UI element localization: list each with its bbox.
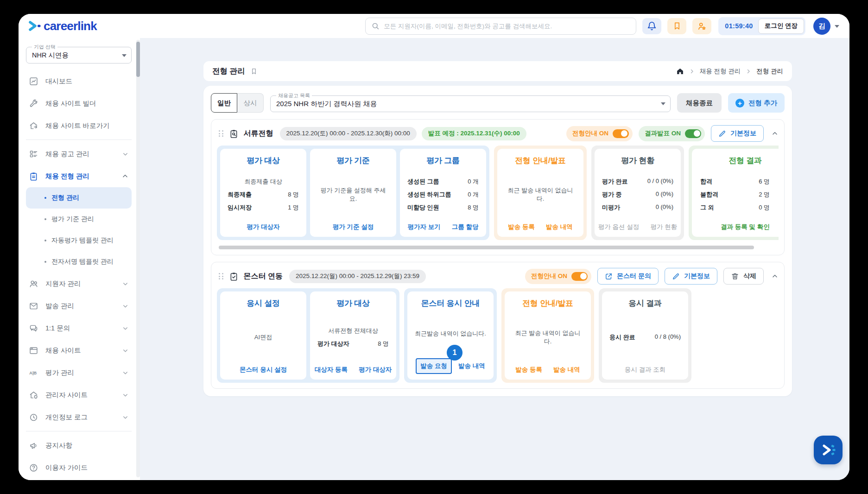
sidebar-item-recruit-process[interactable]: 채용 전형 관리 — [26, 165, 132, 187]
tab-always[interactable]: 상시 — [237, 93, 264, 113]
eval-target-link[interactable]: 평가 대상자 — [247, 223, 279, 231]
horizontal-scrollbar-thumb[interactable] — [219, 246, 754, 249]
extend-login-button[interactable]: 로그인 연장 — [758, 19, 804, 34]
bookmarks-button[interactable] — [667, 18, 686, 34]
eval-status-link[interactable]: 평가 현황 — [650, 223, 677, 231]
sidebar-scrollbar-thumb[interactable] — [136, 42, 140, 77]
chevron-down-icon — [122, 347, 129, 354]
result-announce-toggle[interactable]: 결과발표 ON — [639, 126, 705, 141]
sidebar-item-label: 개인정보 로그 — [45, 413, 88, 422]
account-favorites-button[interactable] — [692, 18, 711, 34]
add-stage-button[interactable]: + 전형 추가 — [728, 93, 785, 113]
row-label: 최종제출 — [228, 190, 252, 199]
exam-result-link[interactable]: 응시 결과 조회 — [625, 366, 666, 374]
tab-general[interactable]: 일반 — [211, 93, 237, 113]
result-register-link[interactable]: 결과 등록 및 확인 — [721, 223, 770, 231]
app-window: careerlink 01:59:40 로그인 연장 김 기업 선택 NHR — [19, 14, 849, 480]
announce-schedule-chip: 발표 예정 : 2025.12.31(수) 00:00 — [422, 127, 526, 140]
sidebar-nav: 대시보드 채용 사이트 빌더 채용 사이트 바로가기 채용 공고 관리 — [26, 70, 132, 479]
careerlink-logo[interactable]: careerlink — [27, 19, 144, 33]
breadcrumb-item[interactable]: 채용 전형 관리 — [700, 67, 741, 76]
sidebar-item-site-builder[interactable]: 채용 사이트 빌더 — [26, 92, 132, 114]
home-icon[interactable] — [676, 67, 684, 75]
stage-period-chip: 2025.12.22(월) 00:00 - 2025.12.29(월) 23:5… — [289, 270, 426, 283]
basic-info-button[interactable]: 기본정보 — [711, 125, 764, 142]
sidebar-item-inquiry[interactable]: 1:1 문의 — [26, 317, 132, 339]
sidebar-item-dashboard[interactable]: 대시보드 — [26, 70, 132, 92]
eval-options-link[interactable]: 평가 옵션 설정 — [598, 223, 640, 231]
stage-guide-toggle[interactable]: 전형안내 ON — [525, 269, 591, 284]
stage-header: 몬스터 연동 2025.12.22(월) 00:00 - 2025.12.29(… — [217, 267, 779, 285]
sidebar-item-admin-site[interactable]: 관리자 사이트 — [26, 384, 132, 406]
posting-select-label: 채용공고 목록 — [276, 92, 312, 99]
horizontal-scrollbar[interactable] — [219, 246, 777, 249]
search-icon — [371, 22, 380, 30]
step-badge: 1 — [447, 345, 463, 361]
basic-info-label: 기본정보 — [684, 272, 710, 280]
stage-cards-row: 응시 설정 AI면접 몬스터 응시 설정 평가 대상 서류전형 전 — [217, 288, 779, 383]
chevron-down-icon — [122, 369, 129, 376]
sidebar-subitem-eval-criteria[interactable]: 평가 기준 관리 — [26, 209, 132, 230]
sidebar-item-site-shortcut[interactable]: 채용 사이트 바로가기 — [26, 114, 132, 137]
user-avatar[interactable]: 김 — [813, 18, 830, 35]
delete-stage-button[interactable]: 삭제 — [723, 268, 764, 285]
sidebar-item-send-management[interactable]: 발송 관리 — [26, 295, 132, 317]
basic-info-button[interactable]: 기본정보 — [665, 268, 717, 285]
eval-target-link[interactable]: 평가 대상자 — [359, 366, 392, 374]
sidebar-item-recruit-site[interactable]: 채용 사이트 — [26, 339, 132, 361]
stage-guide-toggle[interactable]: 전형안내 ON — [566, 126, 633, 141]
toggle-switch-icon — [571, 272, 588, 281]
sidebar-item-notice[interactable]: 공지사항 — [26, 434, 132, 456]
card-stage-result: 전형 결과 합격6 명 불합격2 명 그 외0 명 결과 등록 및 확인 — [692, 149, 779, 237]
megaphone-icon — [29, 441, 38, 450]
monster-inquiry-button[interactable]: 몬스터 문의 — [597, 268, 659, 285]
send-history-link[interactable]: 발송 내역 — [458, 362, 485, 370]
posting-select[interactable]: 채용공고 목록 2025 NHR 하반기 경력사원 채용 — [270, 92, 671, 112]
user-menu-caret-icon[interactable] — [835, 25, 839, 30]
bookmark-outline-icon[interactable] — [250, 68, 258, 75]
trash-icon — [731, 272, 739, 280]
sidebar-item-label: 관리자 사이트 — [45, 391, 88, 399]
view-evaluators-link[interactable]: 평가자 보기 — [407, 223, 440, 231]
sidebar-subitem-label: 전형 관리 — [51, 194, 79, 202]
row-value: 0 (0%) — [656, 203, 673, 212]
breadcrumb: 채용 전형 관리 전형 관리 — [676, 67, 783, 76]
close-recruiting-button[interactable]: 채용종료 — [677, 93, 722, 113]
monster-exam-settings-link[interactable]: 몬스터 응시 설정 — [240, 366, 287, 374]
sidebar-subitem-esign-template[interactable]: 전자서명 템플릿 관리 — [26, 251, 132, 272]
global-search[interactable] — [365, 18, 636, 35]
search-input[interactable] — [384, 23, 630, 30]
sidebar-item-user-guide[interactable]: 이용자 가이드 — [26, 456, 132, 479]
pencil-icon — [718, 130, 726, 138]
send-history-link[interactable]: 발송 내역 — [553, 366, 580, 374]
stage-title: 몬스터 연동 — [244, 272, 283, 281]
monster-guide-wrapper: 몬스터 응시 안내 최근발송 내역이 없습니다. 발송 요청 1 — [404, 288, 497, 383]
sidebar-item-eval-management[interactable]: A|B 평가 관리 — [26, 361, 132, 384]
send-history-link[interactable]: 발송 내역 — [546, 223, 573, 231]
send-request-link[interactable]: 발송 요청 1 — [416, 358, 452, 374]
breadcrumb-separator-icon — [689, 69, 695, 74]
sidebar-scrollbar-track[interactable] — [136, 40, 140, 477]
chat-assistant-fab[interactable] — [814, 436, 843, 464]
sidebar-item-job-postings[interactable]: 채용 공고 관리 — [26, 143, 132, 165]
announce-wrapper: 전형 안내/발표 최근 발송 내역이 없습니다. 발송 등록 발송 내역 — [494, 146, 587, 240]
drag-handle-icon[interactable] — [219, 130, 223, 137]
page-title: 전형 관리 — [212, 66, 245, 76]
collapse-section-button[interactable] — [771, 130, 779, 137]
card-note: 평가 기준을 설정해 주세요. — [317, 186, 389, 203]
card-note: 최종제출 대상 — [228, 177, 299, 186]
send-register-link[interactable]: 발송 등록 — [515, 366, 542, 374]
sidebar-item-applicants[interactable]: 지원자 관리 — [26, 272, 132, 295]
drag-handle-icon[interactable] — [219, 273, 223, 279]
company-select[interactable]: 기업 선택 NHR 시연용 — [26, 44, 132, 63]
register-target-link[interactable]: 대상자 등록 — [315, 366, 348, 374]
notifications-button[interactable] — [642, 18, 661, 34]
collapse-section-button[interactable] — [771, 272, 779, 280]
eval-criteria-link[interactable]: 평가 기준 설정 — [333, 223, 374, 231]
assign-group-link[interactable]: 그룹 할당 — [452, 223, 479, 231]
sidebar-subitem-auto-eval-template[interactable]: 자동평가 템플릿 관리 — [26, 230, 132, 251]
careerlink-logo-icon — [27, 19, 43, 33]
send-register-link[interactable]: 발송 등록 — [508, 223, 535, 231]
sidebar-subitem-stage-management[interactable]: 전형 관리 — [26, 187, 132, 209]
sidebar-item-privacy-log[interactable]: 개인정보 로그 — [26, 406, 132, 428]
